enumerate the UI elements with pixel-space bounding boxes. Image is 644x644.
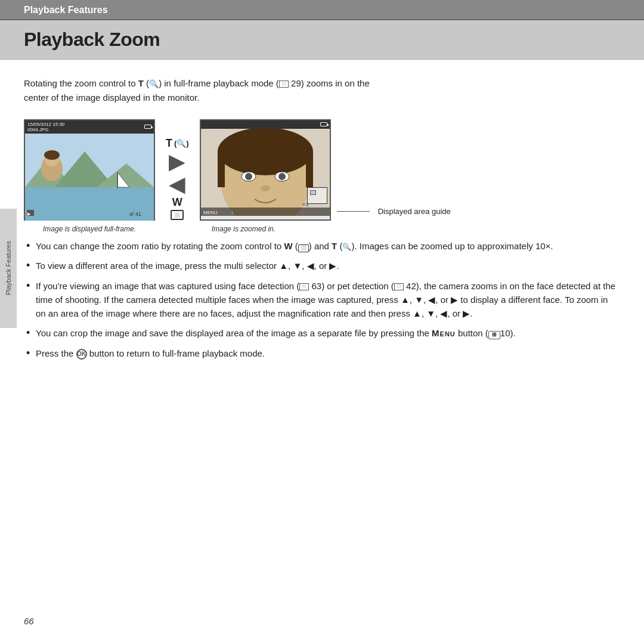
svg-point-22 <box>261 185 270 191</box>
svg-text:4/ 41: 4/ 41 <box>129 211 141 217</box>
svg-rect-17 <box>306 151 313 187</box>
controls-between: T (🔍) ▶ ◀ W ⬜ <box>155 119 200 220</box>
bullet-5: Press the OK button to return to full-fr… <box>24 346 620 360</box>
sidebar: Playback Features <box>0 209 17 328</box>
screen-content-full: 4/ 41 ▶ <box>25 134 154 221</box>
guide-label-area: Displayed area guide <box>331 119 451 221</box>
caption-fullframe: Image is displayed full-frame. <box>43 225 136 233</box>
sidebar-label: Playback Features <box>5 241 12 295</box>
bullet-1: You can change the zoom ratio by rotatin… <box>24 239 620 253</box>
bullet-4: You can crop the image and save the disp… <box>24 326 620 340</box>
svg-rect-16 <box>218 151 225 187</box>
guide-box-overlay <box>307 187 327 204</box>
arrow-left: ◀ <box>169 174 185 195</box>
t-label: T (🔍) <box>166 137 189 150</box>
svg-point-19 <box>245 173 252 180</box>
arrow-right: ▶ <box>169 151 185 172</box>
header-bar: Playback Features <box>0 0 644 20</box>
section-label: Playback Features <box>24 5 108 15</box>
guide-line-connector <box>337 211 370 212</box>
page-number: 66 <box>24 616 34 626</box>
page-title-area: Playback Zoom <box>0 20 644 60</box>
bullet-2: To view a different area of the image, p… <box>24 259 620 273</box>
guide-inner <box>310 190 316 195</box>
page-container: Playback Features Playback Features Play… <box>0 0 644 644</box>
caption-zoomed: Image is zoomed in. <box>212 225 275 233</box>
screen-content-zoom: ×3 MENU ↕ <box>201 129 330 216</box>
svg-point-9 <box>44 150 60 160</box>
intro-paragraph: Rotating the zoom control to T (🔍) in fu… <box>24 76 620 105</box>
w-label: W <box>172 196 182 209</box>
svg-text:↕: ↕ <box>231 210 233 215</box>
main-content: Rotating the zoom control to T (🔍) in fu… <box>0 60 644 378</box>
scene-svg-full: 4/ 41 ▶ <box>25 134 154 221</box>
guide-label-text: Displayed area guide <box>378 207 451 216</box>
page-title: Playback Zoom <box>24 29 620 51</box>
bullet-list: You can change the zoom ratio by rotatin… <box>24 239 620 360</box>
svg-point-15 <box>218 129 313 175</box>
screen-fullframe: 15/05/2012 15:300004.JPG <box>24 119 155 221</box>
bullet-3: If you're viewing an image that was capt… <box>24 279 620 321</box>
ok-button-icon: OK <box>76 349 87 360</box>
guide-label-row: Displayed area guide <box>337 207 451 216</box>
screen-zoomed: placeholder <box>200 119 331 221</box>
screen-top-bar-zoom: placeholder <box>201 120 330 129</box>
svg-text:MENU: MENU <box>203 210 218 215</box>
screen-top-bar: 15/05/2012 15:300004.JPG <box>25 120 154 134</box>
svg-rect-24 <box>201 208 330 216</box>
w-icon: ⬜ <box>171 210 184 220</box>
svg-point-21 <box>278 173 286 180</box>
diagram-area: 15/05/2012 15:300004.JPG <box>24 119 620 233</box>
